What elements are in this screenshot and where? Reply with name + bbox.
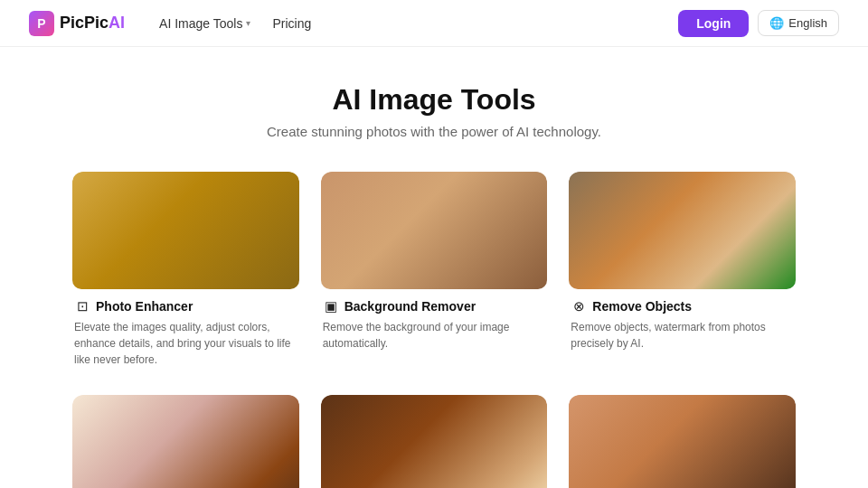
page-title-section: AI Image Tools Create stunning photos wi… bbox=[72, 83, 796, 139]
globe-icon: 🌐 bbox=[769, 16, 784, 30]
page-subtitle: Create stunning photos with the power of… bbox=[72, 124, 796, 139]
tool-card-hairstyles-men[interactable]: 🔥 Hairstyles For Men Try the best hairst… bbox=[321, 395, 548, 488]
page-title: AI Image Tools bbox=[72, 83, 796, 117]
image-before bbox=[569, 172, 796, 289]
chevron-down-icon: ▾ bbox=[246, 18, 250, 28]
background-remover-icon: ▣ bbox=[323, 298, 339, 314]
tool-card-image bbox=[321, 172, 548, 289]
tool-card-image bbox=[321, 395, 548, 488]
image-before bbox=[321, 395, 548, 488]
main-content: AI Image Tools Create stunning photos wi… bbox=[0, 47, 868, 488]
tool-card-image bbox=[569, 172, 796, 289]
nav-item-ai-image-tools[interactable]: AI Image Tools ▾ bbox=[150, 11, 259, 36]
tool-card-background-remover[interactable]: ▣ Background Remover Remove the backgrou… bbox=[321, 172, 548, 373]
tools-grid: ⊡ Photo Enhancer Elevate the images qual… bbox=[72, 172, 796, 488]
tool-desc: Remove the background of your image auto… bbox=[323, 319, 546, 352]
remove-objects-icon: ⊗ bbox=[571, 298, 587, 314]
image-before bbox=[569, 395, 796, 488]
tool-title: Photo Enhancer bbox=[96, 299, 193, 314]
tool-title-row: ⊡ Photo Enhancer bbox=[74, 298, 297, 314]
image-before bbox=[321, 172, 548, 289]
nav-item-pricing[interactable]: Pricing bbox=[263, 11, 320, 36]
tool-title-row: ⊗ Remove Objects bbox=[571, 298, 794, 314]
tool-card-hairstyles-women[interactable]: 🔥 HairStyles For Women Try new hairstyle… bbox=[72, 395, 299, 488]
tool-desc: Elevate the images quality, adjust color… bbox=[74, 319, 297, 368]
image-before bbox=[72, 172, 299, 289]
logo-icon: P bbox=[29, 11, 54, 36]
header-actions: Login 🌐 English bbox=[678, 10, 839, 37]
login-button[interactable]: Login bbox=[678, 10, 749, 37]
image-before bbox=[72, 395, 299, 488]
tool-card-info: ⊗ Remove Objects Remove objects, waterma… bbox=[569, 289, 796, 357]
logo[interactable]: P PicPicAI bbox=[29, 11, 125, 36]
tool-desc: Remove objects, watermark from photos pr… bbox=[571, 319, 794, 352]
tool-card-info: ⊡ Photo Enhancer Elevate the images qual… bbox=[72, 289, 299, 373]
tool-title-row: ▣ Background Remover bbox=[323, 298, 546, 314]
language-button[interactable]: 🌐 English bbox=[758, 10, 839, 36]
tool-card-image bbox=[569, 395, 796, 488]
header: P PicPicAI AI Image Tools ▾ Pricing Logi… bbox=[0, 0, 868, 47]
tool-card-hairstyles-girls[interactable]: 🔥 HairStyles For Girls Try new hairstyle… bbox=[569, 395, 796, 488]
photo-enhancer-icon: ⊡ bbox=[74, 298, 90, 314]
tool-title: Remove Objects bbox=[592, 299, 692, 314]
tool-card-image bbox=[72, 395, 299, 488]
tool-card-info: ▣ Background Remover Remove the backgrou… bbox=[321, 289, 548, 357]
tool-card-image bbox=[72, 172, 299, 289]
nav: AI Image Tools ▾ Pricing bbox=[150, 11, 678, 36]
logo-text: PicPicAI bbox=[60, 14, 125, 33]
tool-card-remove-objects[interactable]: ⊗ Remove Objects Remove objects, waterma… bbox=[569, 172, 796, 373]
tool-title: Background Remover bbox=[344, 299, 476, 314]
tool-card-photo-enhancer[interactable]: ⊡ Photo Enhancer Elevate the images qual… bbox=[72, 172, 299, 373]
